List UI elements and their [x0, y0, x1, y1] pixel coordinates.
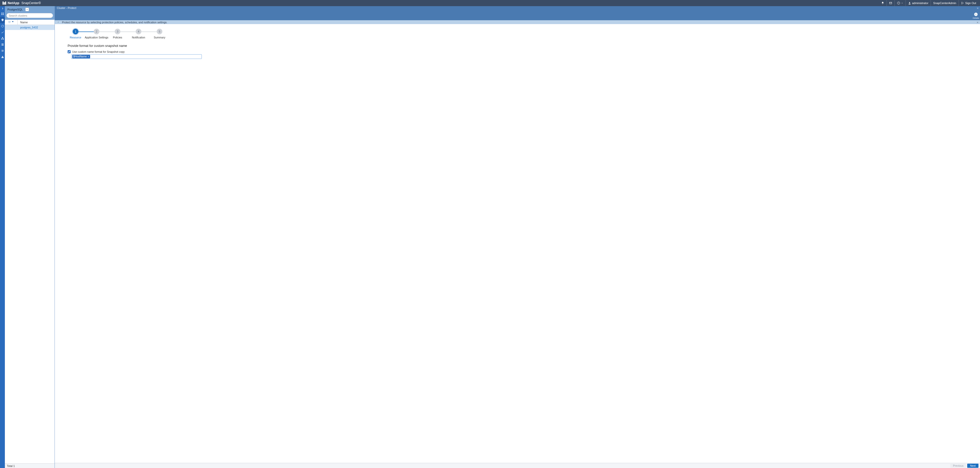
- step-number: 4: [136, 29, 142, 34]
- brand-logo-icon: [3, 2, 6, 5]
- nav-alerts[interactable]: [0, 54, 5, 60]
- signout-button[interactable]: Sign Out: [958, 0, 978, 6]
- step-number: 3: [115, 29, 120, 34]
- flag-icon: [11, 21, 14, 24]
- svg-rect-15: [2, 45, 3, 46]
- previous-button: Previous: [950, 464, 966, 468]
- notifications-button[interactable]: [879, 0, 886, 6]
- topbar-right: ? administrator SnapCenterAdmin Sign Out: [879, 0, 978, 6]
- step-label: Summary: [154, 36, 165, 39]
- svg-rect-1: [4, 2, 5, 5]
- svg-point-16: [2, 50, 2, 51]
- step-label: Resource: [70, 36, 81, 39]
- svg-rect-2: [5, 2, 6, 5]
- step-resource[interactable]: 1 Resource: [65, 29, 86, 39]
- resource-row[interactable]: postgres_5432: [5, 25, 54, 30]
- resource-list: postgres_5432: [5, 25, 54, 463]
- user-icon: [908, 2, 911, 5]
- info-small-icon: i: [57, 21, 59, 24]
- snapshot-name-format-input[interactable]: $HostName ×: [71, 54, 202, 59]
- step-label: Application Settings: [85, 36, 108, 39]
- resource-search[interactable]: [6, 13, 53, 18]
- svg-rect-0: [3, 2, 3, 5]
- hint-banner: i Protect the resource by selecting prot…: [55, 20, 980, 24]
- main: Cluster - Protect Details i Protect the …: [55, 6, 980, 468]
- nav-rail: [0, 6, 5, 468]
- close-icon: [977, 7, 979, 10]
- svg-point-18: [2, 51, 3, 52]
- alert-icon: [1, 55, 4, 58]
- context-band: Cluster - Protect Details: [55, 6, 980, 20]
- current-role[interactable]: SnapCenterAdmin: [931, 0, 958, 6]
- step-number: 2: [94, 29, 99, 34]
- step-number: 1: [73, 29, 78, 34]
- resource-search-input[interactable]: [9, 14, 51, 17]
- step-policies[interactable]: 3 Policies: [107, 29, 128, 39]
- context-close-button[interactable]: [976, 6, 980, 10]
- format-chip-text: $HostName: [73, 55, 87, 58]
- sort-icon: [8, 21, 11, 24]
- custom-name-checkbox[interactable]: [68, 50, 71, 53]
- step-label: Policies: [113, 36, 122, 39]
- snapshot-name-format-text[interactable]: [91, 55, 201, 58]
- details-label: Details: [973, 17, 979, 19]
- details-button[interactable]: Details: [973, 12, 979, 19]
- close-icon: [977, 21, 979, 24]
- resource-panel: PostgreSQL Name postgres_5432 Total 1: [5, 6, 55, 468]
- svg-point-17: [3, 51, 3, 51]
- nav-resources[interactable]: [0, 17, 5, 23]
- resource-row-name: postgres_5432: [20, 26, 38, 29]
- sliders-icon: [1, 49, 4, 52]
- caret-down-icon: [26, 8, 28, 11]
- resource-total: Total 1: [5, 463, 54, 468]
- step-application-settings[interactable]: 2 Application Settings: [86, 29, 107, 39]
- svg-rect-7: [3, 13, 4, 14]
- hint-close-button[interactable]: [976, 21, 979, 24]
- resource-step-form: Provide format for custom snapshot name …: [55, 41, 260, 59]
- form-heading: Provide format for custom snapshot name: [68, 44, 260, 48]
- next-button[interactable]: Next: [967, 464, 978, 468]
- gauge-icon: [1, 25, 4, 28]
- storage-icon: [1, 43, 4, 46]
- resource-sort-button[interactable]: [5, 20, 18, 25]
- chevron-down-icon: [901, 2, 903, 4]
- nav-hosts[interactable]: [0, 35, 5, 41]
- hint-text: Protect the resource by selecting protec…: [62, 21, 167, 24]
- format-chip: $HostName ×: [72, 55, 90, 58]
- resource-panel-header: PostgreSQL: [5, 6, 54, 20]
- current-user-name: administrator: [912, 2, 929, 5]
- nav-reports[interactable]: [0, 29, 5, 35]
- brand-vendor: NetApp: [8, 1, 19, 5]
- info-icon: [974, 12, 978, 16]
- plugin-name: PostgreSQL: [6, 8, 24, 11]
- hosts-icon: [1, 37, 4, 40]
- chevron-right-icon: [1, 7, 4, 10]
- custom-name-checkbox-label[interactable]: Use custom name format for Snapshot copy: [72, 50, 125, 53]
- plugin-dropdown-button[interactable]: [25, 8, 29, 11]
- nav-monitor[interactable]: [0, 23, 5, 29]
- wizard-footer: Previous Next: [55, 463, 980, 468]
- breadcrumb: Cluster - Protect: [55, 6, 980, 10]
- rail-expand-button[interactable]: [0, 6, 5, 11]
- resource-total-label: Total 1: [7, 465, 15, 468]
- chip-remove-button[interactable]: ×: [88, 55, 89, 58]
- step-summary[interactable]: 5 Summary: [149, 29, 170, 39]
- current-user[interactable]: administrator: [905, 0, 931, 6]
- plugin-selector: PostgreSQL: [6, 8, 53, 11]
- svg-rect-14: [2, 44, 3, 45]
- wizard-steps: 1 Resource 2 Application Settings 3 Poli…: [55, 24, 980, 41]
- signout-label: Sign Out: [965, 2, 976, 5]
- help-menu[interactable]: ?: [894, 0, 905, 6]
- grid-icon: [1, 12, 4, 15]
- svg-rect-11: [2, 37, 3, 38]
- nav-settings[interactable]: [0, 48, 5, 54]
- brand: NetApp SnapCenter®: [3, 1, 41, 5]
- wizard-body: 1 Resource 2 Application Settings 3 Poli…: [55, 24, 980, 463]
- chart-icon: [1, 31, 4, 34]
- help-icon: ?: [897, 2, 900, 5]
- step-notification[interactable]: 4 Notification: [128, 29, 149, 39]
- nav-storage[interactable]: [0, 41, 5, 48]
- nav-dashboard[interactable]: [0, 11, 5, 17]
- messages-button[interactable]: [886, 0, 894, 6]
- mail-icon: [889, 2, 892, 5]
